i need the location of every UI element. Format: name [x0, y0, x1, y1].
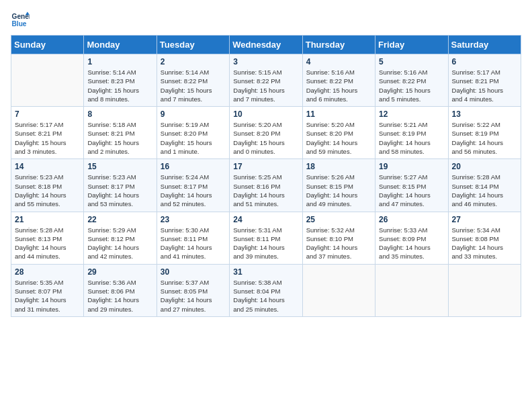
- weekday-header-thursday: Thursday: [302, 36, 375, 54]
- day-info: Sunrise: 5:26 AMSunset: 8:15 PMDaylight:…: [306, 173, 371, 208]
- calendar-cell: 5Sunrise: 5:16 AMSunset: 8:22 PMDaylight…: [375, 54, 448, 107]
- logo: General Blue: [11, 11, 30, 30]
- calendar-cell: 12Sunrise: 5:21 AMSunset: 8:19 PMDayligh…: [375, 107, 448, 159]
- day-info: Sunrise: 5:20 AMSunset: 8:20 PMDaylight:…: [306, 120, 371, 156]
- day-number: 6: [452, 57, 517, 66]
- day-info: Sunrise: 5:37 AMSunset: 8:05 PMDaylight:…: [161, 278, 226, 314]
- calendar-cell: 3Sunrise: 5:15 AMSunset: 8:22 PMDaylight…: [230, 54, 302, 107]
- day-info: Sunrise: 5:31 AMSunset: 8:11 PMDaylight:…: [233, 226, 298, 261]
- day-number: 17: [233, 162, 298, 171]
- weekday-header-wednesday: Wednesday: [230, 36, 302, 54]
- day-info: Sunrise: 5:27 AMSunset: 8:15 PMDaylight:…: [379, 173, 444, 208]
- calendar-header: SundayMondayTuesdayWednesdayThursdayFrid…: [11, 36, 521, 54]
- calendar-cell: 23Sunrise: 5:30 AMSunset: 8:11 PMDayligh…: [157, 212, 229, 264]
- calendar-cell: 20Sunrise: 5:28 AMSunset: 8:14 PMDayligh…: [448, 159, 521, 212]
- day-number: 24: [233, 215, 298, 224]
- day-number: 3: [233, 57, 298, 66]
- day-number: 28: [15, 267, 80, 277]
- calendar-cell: 17Sunrise: 5:25 AMSunset: 8:16 PMDayligh…: [230, 159, 302, 212]
- day-number: 2: [161, 57, 226, 66]
- weekday-header-saturday: Saturday: [448, 36, 521, 54]
- calendar-cell: 19Sunrise: 5:27 AMSunset: 8:15 PMDayligh…: [375, 159, 448, 212]
- day-info: Sunrise: 5:22 AMSunset: 8:19 PMDaylight:…: [452, 120, 517, 156]
- calendar-cell: 28Sunrise: 5:35 AMSunset: 8:07 PMDayligh…: [11, 264, 84, 316]
- day-info: Sunrise: 5:19 AMSunset: 8:20 PMDaylight:…: [161, 120, 226, 156]
- day-number: 13: [452, 109, 517, 119]
- day-number: 7: [15, 109, 80, 119]
- day-info: Sunrise: 5:25 AMSunset: 8:16 PMDaylight:…: [233, 173, 298, 208]
- day-info: Sunrise: 5:24 AMSunset: 8:17 PMDaylight:…: [161, 173, 226, 208]
- calendar-week-4: 21Sunrise: 5:28 AMSunset: 8:13 PMDayligh…: [11, 212, 521, 264]
- calendar-cell: 30Sunrise: 5:37 AMSunset: 8:05 PMDayligh…: [157, 264, 229, 316]
- day-number: 14: [15, 162, 80, 171]
- calendar-cell: [375, 264, 448, 316]
- day-info: Sunrise: 5:14 AMSunset: 8:22 PMDaylight:…: [161, 68, 226, 103]
- day-number: 26: [379, 215, 444, 224]
- day-number: 20: [452, 162, 517, 171]
- day-info: Sunrise: 5:28 AMSunset: 8:14 PMDaylight:…: [452, 173, 517, 208]
- day-number: 5: [379, 57, 444, 66]
- day-number: 8: [87, 109, 152, 119]
- calendar-cell: 21Sunrise: 5:28 AMSunset: 8:13 PMDayligh…: [11, 212, 84, 264]
- day-number: 10: [233, 109, 298, 119]
- page-header: General Blue: [11, 11, 521, 30]
- calendar-table: SundayMondayTuesdayWednesdayThursdayFrid…: [11, 35, 521, 317]
- calendar-cell: [448, 264, 521, 316]
- weekday-header-sunday: Sunday: [11, 36, 84, 54]
- day-info: Sunrise: 5:29 AMSunset: 8:12 PMDaylight:…: [87, 226, 152, 261]
- day-info: Sunrise: 5:20 AMSunset: 8:20 PMDaylight:…: [233, 120, 298, 156]
- calendar-week-1: 1Sunrise: 5:14 AMSunset: 8:23 PMDaylight…: [11, 54, 521, 107]
- day-number: 11: [306, 109, 371, 119]
- day-number: 30: [161, 267, 226, 277]
- day-info: Sunrise: 5:33 AMSunset: 8:09 PMDaylight:…: [379, 226, 444, 261]
- day-number: 19: [379, 162, 444, 171]
- day-info: Sunrise: 5:15 AMSunset: 8:22 PMDaylight:…: [233, 68, 298, 103]
- calendar-cell: 10Sunrise: 5:20 AMSunset: 8:20 PMDayligh…: [230, 107, 302, 159]
- day-number: 31: [233, 267, 298, 277]
- calendar-body: 1Sunrise: 5:14 AMSunset: 8:23 PMDaylight…: [11, 54, 521, 317]
- day-info: Sunrise: 5:14 AMSunset: 8:23 PMDaylight:…: [87, 68, 152, 103]
- calendar-cell: 27Sunrise: 5:34 AMSunset: 8:08 PMDayligh…: [448, 212, 521, 264]
- day-info: Sunrise: 5:23 AMSunset: 8:18 PMDaylight:…: [15, 173, 80, 208]
- calendar-cell: 31Sunrise: 5:38 AMSunset: 8:04 PMDayligh…: [230, 264, 302, 316]
- calendar-week-3: 14Sunrise: 5:23 AMSunset: 8:18 PMDayligh…: [11, 159, 521, 212]
- day-info: Sunrise: 5:36 AMSunset: 8:06 PMDaylight:…: [87, 278, 152, 314]
- calendar-cell: 25Sunrise: 5:32 AMSunset: 8:10 PMDayligh…: [302, 212, 375, 264]
- day-number: 12: [379, 109, 444, 119]
- calendar-cell: 26Sunrise: 5:33 AMSunset: 8:09 PMDayligh…: [375, 212, 448, 264]
- day-info: Sunrise: 5:23 AMSunset: 8:17 PMDaylight:…: [87, 173, 152, 208]
- day-number: 21: [15, 215, 80, 224]
- calendar-cell: 13Sunrise: 5:22 AMSunset: 8:19 PMDayligh…: [448, 107, 521, 159]
- day-info: Sunrise: 5:21 AMSunset: 8:19 PMDaylight:…: [379, 120, 444, 156]
- calendar-cell: 7Sunrise: 5:17 AMSunset: 8:21 PMDaylight…: [11, 107, 84, 159]
- day-number: 4: [306, 57, 371, 66]
- calendar-cell: 8Sunrise: 5:18 AMSunset: 8:21 PMDaylight…: [84, 107, 157, 159]
- day-number: 22: [87, 215, 152, 224]
- calendar-cell: 14Sunrise: 5:23 AMSunset: 8:18 PMDayligh…: [11, 159, 84, 212]
- day-info: Sunrise: 5:34 AMSunset: 8:08 PMDaylight:…: [452, 226, 517, 261]
- calendar-cell: 29Sunrise: 5:36 AMSunset: 8:06 PMDayligh…: [84, 264, 157, 316]
- day-info: Sunrise: 5:28 AMSunset: 8:13 PMDaylight:…: [15, 226, 80, 261]
- day-number: 1: [87, 57, 152, 66]
- calendar-cell: 24Sunrise: 5:31 AMSunset: 8:11 PMDayligh…: [230, 212, 302, 264]
- calendar-cell: [302, 264, 375, 316]
- day-info: Sunrise: 5:17 AMSunset: 8:21 PMDaylight:…: [15, 120, 80, 156]
- day-number: 15: [87, 162, 152, 171]
- weekday-header-tuesday: Tuesday: [157, 36, 229, 54]
- day-number: 23: [161, 215, 226, 224]
- calendar-cell: 6Sunrise: 5:17 AMSunset: 8:21 PMDaylight…: [448, 54, 521, 107]
- day-number: 27: [452, 215, 517, 224]
- calendar-cell: [11, 54, 84, 107]
- day-number: 9: [161, 109, 226, 119]
- calendar-cell: 2Sunrise: 5:14 AMSunset: 8:22 PMDaylight…: [157, 54, 229, 107]
- weekday-header-friday: Friday: [375, 36, 448, 54]
- day-info: Sunrise: 5:35 AMSunset: 8:07 PMDaylight:…: [15, 278, 80, 314]
- calendar-week-2: 7Sunrise: 5:17 AMSunset: 8:21 PMDaylight…: [11, 107, 521, 159]
- calendar-cell: 15Sunrise: 5:23 AMSunset: 8:17 PMDayligh…: [84, 159, 157, 212]
- day-info: Sunrise: 5:38 AMSunset: 8:04 PMDaylight:…: [233, 278, 298, 314]
- calendar-cell: 9Sunrise: 5:19 AMSunset: 8:20 PMDaylight…: [157, 107, 229, 159]
- calendar-cell: 4Sunrise: 5:16 AMSunset: 8:22 PMDaylight…: [302, 54, 375, 107]
- weekday-header-row: SundayMondayTuesdayWednesdayThursdayFrid…: [11, 36, 521, 54]
- calendar-cell: 16Sunrise: 5:24 AMSunset: 8:17 PMDayligh…: [157, 159, 229, 212]
- calendar-cell: 22Sunrise: 5:29 AMSunset: 8:12 PMDayligh…: [84, 212, 157, 264]
